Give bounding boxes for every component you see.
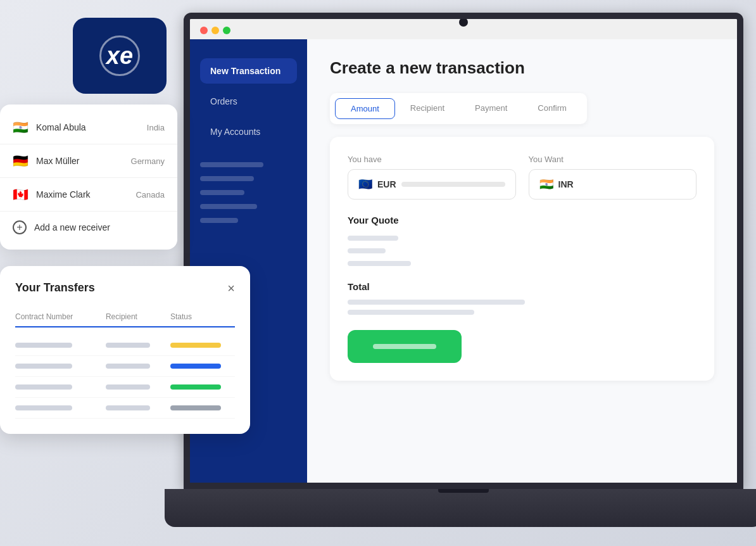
- recipient-bar-4: [106, 405, 150, 410]
- laptop-screen: New Transaction Orders My Accounts: [184, 13, 743, 489]
- status-bar-blue: [170, 364, 221, 369]
- main-content: Create a new transaction Amount Recipien…: [307, 39, 737, 489]
- eur-flag-icon: 🇪🇺: [358, 177, 372, 191]
- sidebar-bar-5: [200, 218, 238, 223]
- sidebar-decorative-bars: [200, 162, 297, 223]
- total-label: Total: [348, 281, 696, 292]
- status-bar-green: [170, 384, 221, 390]
- from-currency-code: EUR: [377, 179, 396, 189]
- tab-recipient[interactable]: Recipient: [395, 98, 460, 119]
- recipient-bar-3: [106, 384, 150, 390]
- tab-payment[interactable]: Payment: [460, 98, 522, 119]
- you-want-block: You Want 🇮🇳 INR: [529, 155, 697, 200]
- sidebar-bar-3: [200, 190, 244, 195]
- tab-bar: Amount Recipient Payment Confirm: [330, 93, 587, 124]
- quote-label: Your Quote: [348, 215, 696, 225]
- contract-bar-4: [15, 405, 72, 410]
- sidebar-item-my-accounts[interactable]: My Accounts: [200, 119, 297, 144]
- transfers-table-header: Contract Number Recipient Status: [15, 307, 235, 327]
- transfers-close-button[interactable]: ×: [227, 282, 235, 295]
- sidebar-item-new-transaction[interactable]: New Transaction: [200, 58, 297, 84]
- transfer-row-3: [15, 377, 235, 398]
- laptop-base: [165, 489, 756, 527]
- total-bar-1: [348, 300, 525, 305]
- receiver-name-2: Max Müller: [36, 156, 131, 166]
- contract-bar-2: [15, 364, 72, 369]
- cta-button-bar: [373, 344, 436, 349]
- xe-logo: xe: [99, 35, 140, 76]
- recipient-bar-2: [106, 364, 150, 369]
- laptop-container: New Transaction Orders My Accounts: [184, 13, 743, 527]
- transfer-row-1: [15, 335, 235, 356]
- screen-content: New Transaction Orders My Accounts: [190, 39, 737, 489]
- tab-amount[interactable]: Amount: [335, 98, 395, 119]
- quote-bar-3: [348, 261, 411, 266]
- sidebar-bar-1: [200, 162, 263, 167]
- contract-bar-3: [15, 384, 72, 390]
- sidebar-bar-2: [200, 176, 254, 181]
- status-bar-yellow: [170, 343, 221, 348]
- plus-icon: +: [13, 220, 27, 234]
- total-section: Total: [348, 281, 696, 315]
- receivers-card: 🇮🇳 Komal Abula India 🇩🇪 Max Müller Germa…: [0, 105, 177, 250]
- from-currency-input[interactable]: 🇪🇺 EUR: [348, 169, 516, 200]
- add-receiver-label: Add a new receiver: [34, 222, 110, 232]
- quote-bar-2: [348, 248, 386, 253]
- flag-germany: 🇩🇪: [13, 153, 28, 168]
- receiver-name-3: Maxime Clark: [36, 189, 135, 200]
- you-have-label: You have: [348, 155, 516, 164]
- from-currency-amount-bar: [401, 182, 505, 187]
- transfers-header: Your Transfers ×: [15, 281, 235, 295]
- status-bar-gray: [170, 405, 221, 410]
- sidebar-orders-label: Orders: [210, 96, 237, 106]
- col-contract: Contract Number: [15, 312, 106, 321]
- receiver-item-3: 🇨🇦 Maxime Clark Canada: [0, 178, 177, 212]
- xe-logo-text: xe: [106, 42, 133, 70]
- transaction-form-card: You have 🇪🇺 EUR You Want 🇮🇳 IN: [330, 137, 714, 381]
- quote-bars: [348, 236, 696, 266]
- traffic-light-yellow[interactable]: [211, 27, 219, 34]
- transfer-row-4: [15, 398, 235, 419]
- sidebar-my-accounts-label: My Accounts: [210, 127, 260, 137]
- currency-row: You have 🇪🇺 EUR You Want 🇮🇳 IN: [348, 155, 696, 200]
- col-recipient: Recipient: [106, 312, 170, 321]
- continue-button[interactable]: [348, 330, 462, 363]
- xe-logo-card: xe: [73, 18, 167, 94]
- flag-canada: 🇨🇦: [13, 187, 28, 202]
- flag-india: 🇮🇳: [13, 120, 28, 135]
- sidebar-item-orders[interactable]: Orders: [200, 89, 297, 114]
- inr-flag-icon: 🇮🇳: [539, 177, 553, 191]
- quote-section: Your Quote: [348, 215, 696, 266]
- receiver-item-2: 🇩🇪 Max Müller Germany: [0, 144, 177, 178]
- transfers-title: Your Transfers: [15, 281, 95, 295]
- page-title: Create a new transaction: [330, 58, 714, 78]
- receiver-country-2: Germany: [131, 156, 165, 166]
- transfer-row-2: [15, 356, 235, 377]
- sidebar-new-transaction-label: New Transaction: [210, 66, 280, 76]
- add-receiver-button[interactable]: + Add a new receiver: [0, 212, 177, 243]
- quote-bar-1: [348, 236, 398, 241]
- recipient-bar-1: [106, 343, 150, 348]
- you-have-block: You have 🇪🇺 EUR: [348, 155, 516, 200]
- traffic-light-green[interactable]: [223, 27, 230, 34]
- you-want-label: You Want: [529, 155, 697, 164]
- to-currency-code: INR: [558, 179, 574, 189]
- receiver-item-1: 🇮🇳 Komal Abula India: [0, 111, 177, 144]
- tab-confirm[interactable]: Confirm: [522, 98, 582, 119]
- traffic-light-red[interactable]: [200, 27, 208, 34]
- total-bar-2: [348, 310, 474, 315]
- col-status: Status: [170, 312, 235, 321]
- sidebar-bar-4: [200, 204, 257, 209]
- transfers-card: Your Transfers × Contract Number Recipie…: [0, 266, 250, 434]
- receiver-country-1: India: [147, 123, 165, 132]
- to-currency-input[interactable]: 🇮🇳 INR: [529, 169, 697, 200]
- receiver-country-3: Canada: [135, 190, 165, 200]
- contract-bar-1: [15, 343, 72, 348]
- receiver-name-1: Komal Abula: [36, 122, 147, 132]
- laptop-notch: [459, 18, 468, 27]
